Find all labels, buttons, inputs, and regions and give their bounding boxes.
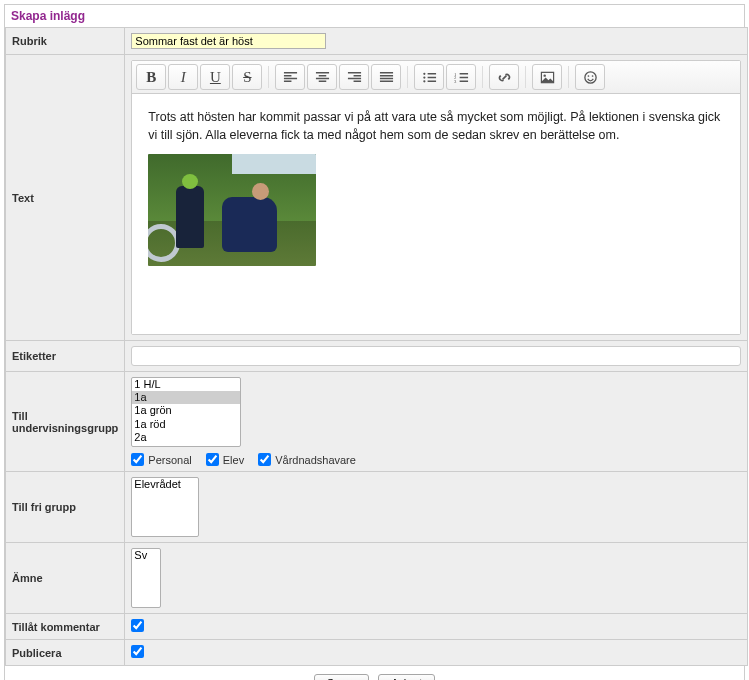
label-rubrik: Rubrik xyxy=(6,28,125,55)
footer-buttons: Spara Avbryt xyxy=(5,666,744,680)
strike-button[interactable]: S xyxy=(232,64,262,90)
bullet-list-button[interactable] xyxy=(414,64,444,90)
label-publicera: Publicera xyxy=(6,640,125,666)
elev-checkbox-label[interactable]: Elev xyxy=(206,453,244,466)
rubrik-input[interactable] xyxy=(131,33,326,49)
spara-button[interactable]: Spara xyxy=(314,674,369,680)
editor-content[interactable]: Trots att hösten har kommit passar vi på… xyxy=(132,94,740,334)
svg-point-7 xyxy=(543,74,545,76)
panel-title: Skapa inlägg xyxy=(5,5,744,27)
elev-checkbox[interactable] xyxy=(206,453,219,466)
toolbar-separator xyxy=(482,66,483,88)
label-tillat: Tillåt kommentar xyxy=(6,614,125,640)
publicera-checkbox[interactable] xyxy=(131,645,144,658)
toolbar-separator xyxy=(268,66,269,88)
toolbar-separator xyxy=(407,66,408,88)
align-left-button[interactable] xyxy=(275,64,305,90)
svg-point-10 xyxy=(592,75,594,77)
emoji-button[interactable] xyxy=(575,64,605,90)
amne-select[interactable]: Sv xyxy=(131,548,161,608)
svg-point-2 xyxy=(423,80,425,82)
avbryt-button[interactable]: Avbryt xyxy=(378,674,435,680)
vard-checkbox[interactable] xyxy=(258,453,271,466)
etiketter-input[interactable] xyxy=(131,346,741,366)
align-center-button[interactable] xyxy=(307,64,337,90)
image-button[interactable] xyxy=(532,64,562,90)
label-text: Text xyxy=(6,55,125,341)
undervisningsgrupp-select[interactable]: 1 H/L1a1a grön1a röd2a xyxy=(131,377,241,447)
create-post-panel: Skapa inlägg Rubrik Text B I U xyxy=(4,4,745,680)
editor-toolbar: B I U S 123 xyxy=(132,61,740,94)
link-button[interactable] xyxy=(489,64,519,90)
personal-checkbox[interactable] xyxy=(131,453,144,466)
inserted-image[interactable] xyxy=(148,154,316,266)
toolbar-separator xyxy=(525,66,526,88)
bold-button[interactable]: B xyxy=(136,64,166,90)
label-etiketter: Etiketter xyxy=(6,341,125,372)
label-till-grupp: Till undervisningsgrupp xyxy=(6,372,125,472)
align-justify-button[interactable] xyxy=(371,64,401,90)
label-till-fri: Till fri grupp xyxy=(6,472,125,543)
numbered-list-button[interactable]: 123 xyxy=(446,64,476,90)
svg-point-9 xyxy=(587,75,589,77)
svg-point-8 xyxy=(585,71,596,82)
rich-text-editor: B I U S 123 xyxy=(131,60,741,335)
editor-paragraph: Trots att hösten har kommit passar vi på… xyxy=(148,108,724,144)
svg-text:3: 3 xyxy=(454,79,457,84)
tillat-checkbox[interactable] xyxy=(131,619,144,632)
recipient-checkbox-row: Personal Elev Vårdnadshavare xyxy=(131,453,741,466)
svg-point-0 xyxy=(423,72,425,74)
underline-button[interactable]: U xyxy=(200,64,230,90)
toolbar-separator xyxy=(568,66,569,88)
vard-checkbox-label[interactable]: Vårdnadshavare xyxy=(258,453,356,466)
svg-point-1 xyxy=(423,76,425,78)
label-amne: Ämne xyxy=(6,543,125,614)
italic-button[interactable]: I xyxy=(168,64,198,90)
fri-grupp-select[interactable]: Elevrådet xyxy=(131,477,199,537)
align-right-button[interactable] xyxy=(339,64,369,90)
personal-checkbox-label[interactable]: Personal xyxy=(131,453,191,466)
form-table: Rubrik Text B I U S xyxy=(5,27,748,666)
